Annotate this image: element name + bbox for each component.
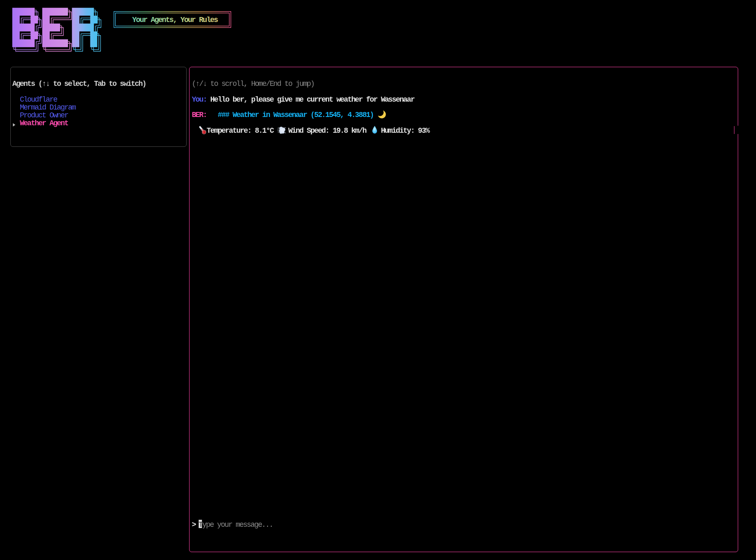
svg-text:Your Agents, Your Rules: Your Agents, Your Rules [132, 16, 218, 24]
